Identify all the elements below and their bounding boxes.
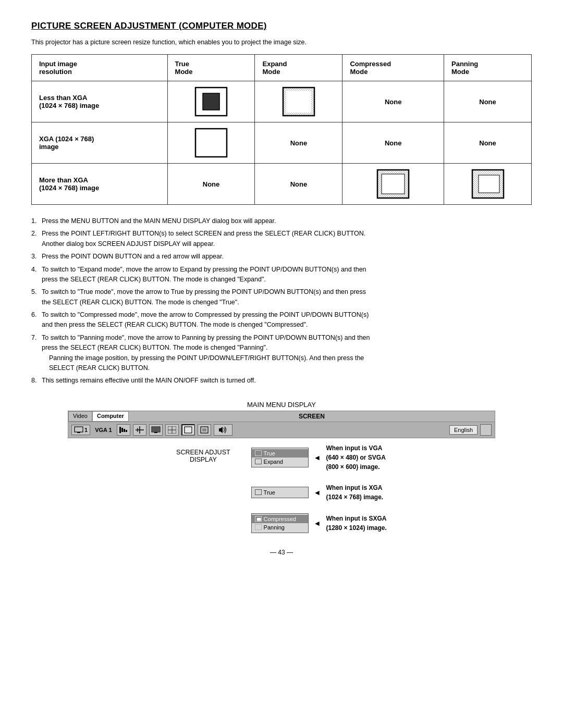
svg-rect-15 — [121, 428, 123, 432]
menu-bar-container: Video Computer SCREEN 1 VGA 1 — [68, 411, 495, 438]
cell-expand-morethan: None — [255, 164, 342, 205]
col-header-expand: ExpandMode — [255, 55, 342, 81]
bars-icon[interactable] — [117, 424, 130, 436]
adjust-icon[interactable] — [133, 424, 146, 436]
svg-rect-1 — [203, 93, 219, 110]
svg-rect-11 — [479, 175, 499, 193]
svg-rect-13 — [77, 432, 80, 433]
when-label-vga: When input is VGA(640 × 480) or SVGA(800… — [326, 443, 385, 472]
svg-rect-32 — [256, 517, 261, 521]
frame-icon[interactable] — [198, 424, 211, 436]
cell-true-morethan: None — [167, 164, 255, 205]
option-group-sxga: Compressed Panning ◄ When input is SXGA(… — [251, 513, 387, 533]
cell-expand-xga: None — [255, 122, 342, 164]
option-box-xga: True — [251, 487, 309, 498]
svg-rect-14 — [119, 427, 121, 433]
true-icon — [255, 450, 262, 456]
row-label-xga: XGA (1024 × 768)image — [32, 122, 168, 164]
svg-rect-29 — [202, 428, 206, 431]
panning-icon — [255, 524, 262, 530]
page-number: — 43 — — [31, 549, 532, 556]
svg-rect-4 — [286, 91, 311, 113]
english-button[interactable]: English — [449, 425, 478, 435]
list-item: 3. Press the POINT DOWN BUTTON and a red… — [31, 252, 532, 262]
option-true-vga[interactable]: True — [252, 449, 308, 458]
option-expand-vga[interactable]: Expand — [252, 458, 308, 466]
row-label-lessthan: Less than XGA(1024 × 768) image — [32, 81, 168, 122]
svg-rect-8 — [382, 174, 405, 194]
frame-svg — [200, 426, 209, 434]
tab-computer[interactable]: Computer — [92, 411, 129, 422]
panning-svg — [255, 524, 262, 530]
grid-svg — [168, 426, 176, 434]
compressed-icon — [255, 516, 262, 522]
svg-rect-12 — [75, 427, 83, 432]
list-item: 1. Press the MENU BUTTON and the MAIN ME… — [31, 216, 532, 226]
expand-icon — [255, 459, 262, 464]
screen-adjust-label-block: SCREEN ADJUSTDISPLAY — [176, 443, 230, 463]
screen-label: SCREEN — [129, 411, 495, 422]
display-svg — [151, 426, 161, 434]
table-row: XGA (1024 × 768)image None None None — [32, 122, 532, 164]
option-true-xga[interactable]: True — [252, 488, 308, 497]
svg-rect-17 — [126, 430, 127, 432]
list-item: 6. To switch to "Compressed mode", move … — [31, 310, 532, 330]
option-box-vga: True Expand — [251, 448, 309, 467]
cell-panning-lessthan: None — [444, 81, 532, 122]
instructions-list: 1. Press the MENU BUTTON and the MAIN ME… — [31, 216, 532, 386]
cell-true-xga — [167, 122, 255, 164]
menu-bar-wrapper: Video Computer SCREEN 1 VGA 1 — [31, 411, 532, 438]
option-group-xga: True ◄ When input is XGA(1024 × 768) ima… — [251, 483, 387, 502]
option-box-sxga: Compressed Panning — [251, 513, 309, 533]
list-item: 5. To switch to "True mode", move the ar… — [31, 287, 532, 307]
cell-compressed-xga: None — [342, 122, 444, 164]
tab-video[interactable]: Video — [68, 411, 92, 422]
options-column: True Expand ◄ When input is VGA(640 × 48… — [251, 443, 387, 533]
computer-number: 1 — [84, 427, 88, 433]
arrow-icon-xga: ◄ — [314, 488, 321, 497]
list-item: 4. To switch to "Expand mode", move the … — [31, 265, 532, 285]
svg-rect-22 — [152, 427, 160, 431]
col-header-panning: PanningMode — [444, 55, 532, 81]
resolution-table: Input imageresolution TrueMode ExpandMod… — [31, 54, 532, 205]
screen-svg — [184, 426, 192, 434]
extra-button[interactable] — [480, 424, 492, 436]
list-item: 2. Press the POINT LEFT/RIGHT BUTTON(s) … — [31, 229, 532, 249]
cell-compressed-lessthan: None — [342, 81, 444, 122]
computer-icon-box: 1 — [71, 425, 90, 435]
table-row: Less than XGA(1024 × 768) image — [32, 81, 532, 122]
monitor-icon — [74, 426, 83, 434]
main-menu-title: MAIN MENU DISPLAY — [31, 401, 532, 409]
svg-rect-27 — [185, 427, 192, 433]
grid-icon[interactable] — [165, 424, 179, 436]
screen-adjust-area: SCREEN ADJUSTDISPLAY True Expand ◄ W — [31, 443, 532, 533]
svg-marker-30 — [219, 427, 223, 433]
cell-panning-xga: None — [444, 122, 532, 164]
list-item: 7. To switch to "Panning mode", move the… — [31, 333, 532, 374]
when-label-sxga: When input is SXGA(1280 × 1024) image. — [326, 514, 386, 533]
speaker-icon[interactable] — [214, 424, 232, 436]
main-menu-section: MAIN MENU DISPLAY Video Computer SCREEN … — [31, 401, 532, 533]
speaker-svg — [217, 426, 229, 434]
cell-true-lessthan — [167, 81, 255, 122]
cell-panning-morethan — [444, 164, 532, 205]
option-group-vga: True Expand ◄ When input is VGA(640 × 48… — [251, 443, 387, 472]
svg-rect-33 — [255, 524, 262, 530]
menu-tab-row: Video Computer SCREEN — [68, 411, 495, 422]
option-compressed-sxga[interactable]: Compressed — [252, 515, 308, 523]
display-icon[interactable] — [149, 424, 163, 436]
list-item: 8. This settings remains effective until… — [31, 376, 532, 386]
screen-adjust-label: SCREEN ADJUSTDISPLAY — [176, 449, 230, 463]
col-header-true: TrueMode — [167, 55, 255, 81]
menu-icon-row: 1 VGA 1 — [68, 422, 495, 438]
true-icon-xga — [255, 489, 262, 495]
cell-expand-lessthan — [255, 81, 342, 122]
row-label-morethan: More than XGA(1024 × 768) image — [32, 164, 168, 205]
svg-rect-5 — [195, 129, 227, 157]
arrow-icon-sxga: ◄ — [314, 519, 321, 527]
option-panning-sxga[interactable]: Panning — [252, 523, 308, 532]
screen-icon[interactable] — [181, 424, 195, 436]
col-header-input: Input imageresolution — [32, 55, 168, 81]
page-title: PICTURE SCREEN ADJUSTMENT (COMPUTER MODE… — [31, 21, 532, 31]
bars-svg — [119, 426, 128, 434]
